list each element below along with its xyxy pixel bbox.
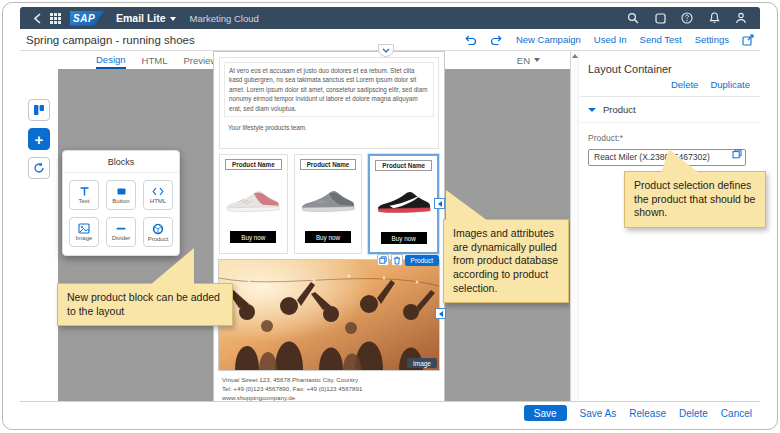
panel-scrollbar[interactable] <box>571 51 579 401</box>
app-switcher-grid-icon[interactable] <box>46 10 64 26</box>
panel-duplicate-button[interactable]: Duplicate <box>710 79 750 90</box>
callout-product-selection: Product selection defines the product th… <box>624 171 766 228</box>
new-campaign-button[interactable]: New Campaign <box>516 34 581 45</box>
sap-logo: SAP <box>70 11 104 26</box>
product-field-label: Product:* <box>580 123 760 146</box>
delete-button[interactable]: Delete <box>679 408 708 419</box>
tab-design[interactable]: Design <box>96 51 126 69</box>
tile-label: Divider <box>112 235 131 241</box>
email-footer: Virtual Street 123, 45678 Phantastic Cit… <box>222 376 438 401</box>
block-drag-handle[interactable] <box>435 308 446 319</box>
block-tile-text[interactable]: Text <box>69 180 99 210</box>
tile-label: Button <box>112 198 129 204</box>
delete-block-icon[interactable] <box>391 254 403 266</box>
language-selector[interactable]: EN <box>517 55 570 66</box>
footer-line: www.shoppingcompany.de <box>222 394 438 401</box>
section-product[interactable]: Product <box>580 97 760 123</box>
callout-dynamic-attributes: Images and attributes are dynamically pu… <box>443 219 569 303</box>
product-shoe-image <box>298 172 359 229</box>
tile-label: Image <box>76 235 93 241</box>
release-button[interactable]: Release <box>629 408 666 419</box>
copilot-icon[interactable] <box>651 10 669 26</box>
product-name: Product Name <box>375 160 432 171</box>
profile-icon[interactable] <box>732 10 750 26</box>
email-editor: Design HTML Preview Desktop EN + Blocks <box>20 51 570 401</box>
buy-now-button[interactable]: Buy now <box>230 231 276 243</box>
suite-name: Marketing Cloud <box>190 13 259 24</box>
footer-toolbar: Save Save As Release Delete Cancel <box>20 401 760 424</box>
block-tile-image[interactable]: Image <box>69 217 99 247</box>
email-canvas: At vero eos et accusam et justo duo dolo… <box>213 51 445 401</box>
value-help-icon[interactable] <box>732 149 742 159</box>
tile-label: Product <box>148 236 169 242</box>
shell-bar: SAP Email Lite Marketing Cloud <box>20 7 760 29</box>
refresh-button[interactable] <box>28 157 50 179</box>
callout-text: Product selection defines the product th… <box>634 179 755 218</box>
scroll-up-icon[interactable] <box>572 54 578 58</box>
tile-label: HTML <box>150 198 166 204</box>
panel-title: Layout Container <box>580 51 760 75</box>
product-name: Product Name <box>300 159 357 170</box>
search-icon[interactable] <box>624 10 642 26</box>
send-test-button[interactable]: Send Test <box>640 34 682 45</box>
copy-block-icon[interactable] <box>377 254 389 266</box>
email-signoff: Your lifestyle products team. <box>224 124 434 131</box>
add-block-button[interactable]: + <box>28 128 50 150</box>
app-frame: SAP Email Lite Marketing Cloud Spring ca… <box>2 2 778 430</box>
blocks-palette: Blocks Text Button HTML <box>62 150 180 256</box>
chevron-down-icon <box>534 58 540 62</box>
help-icon[interactable] <box>678 10 696 26</box>
product-shoe-image <box>373 173 434 230</box>
product-block-badge: Product <box>405 255 439 266</box>
cancel-button[interactable]: Cancel <box>721 408 752 419</box>
block-drag-handle[interactable] <box>434 198 445 209</box>
chevron-down-icon <box>170 17 176 21</box>
footer-line: Virtual Street 123, 45678 Phantastic Cit… <box>222 376 438 385</box>
email-body-text: At vero eos et accusam et justo duo dolo… <box>224 62 434 117</box>
product-card-3-selected[interactable]: Product Name Buy now <box>368 154 439 254</box>
callout-text: New product block can be added to the la… <box>67 291 220 317</box>
used-in-button[interactable]: Used In <box>594 34 627 45</box>
block-tile-divider[interactable]: Divider <box>106 217 136 247</box>
save-button[interactable]: Save <box>524 405 567 421</box>
footer-line: Tel: +49 (0)123 4567890, Fax: +49 (0)123… <box>222 385 438 394</box>
product-switcher[interactable]: Email Lite <box>116 12 176 24</box>
text-block[interactable]: At vero eos et accusam et justo duo dolo… <box>219 57 439 149</box>
redo-icon[interactable] <box>490 34 503 46</box>
block-tile-product[interactable]: Product <box>143 217 173 247</box>
image-block-badge: Image <box>407 358 437 368</box>
product-row: Product Name Buy now Product Name Buy no… <box>219 154 439 254</box>
blocks-palette-title: Blocks <box>63 151 179 173</box>
callout-new-product-block: New product block can be added to the la… <box>57 283 233 326</box>
block-tile-html[interactable]: HTML <box>143 180 173 210</box>
image-block[interactable]: Image <box>218 259 440 371</box>
product-shoe-image <box>223 172 284 229</box>
chevron-down-icon <box>588 108 596 112</box>
properties-panel: Layout Container Delete Duplicate Produc… <box>570 51 760 401</box>
panel-delete-button[interactable]: Delete <box>671 79 698 90</box>
product-card-1[interactable]: Product Name Buy now <box>219 154 288 254</box>
notifications-bell-icon[interactable] <box>705 10 723 26</box>
party-photo <box>219 260 439 370</box>
block-tile-button[interactable]: Button <box>106 180 136 210</box>
share-export-icon[interactable] <box>742 34 754 46</box>
buy-now-button[interactable]: Buy now <box>381 232 427 244</box>
back-icon[interactable] <box>28 10 46 26</box>
callout-text: Images and attributes are dynamically pu… <box>453 227 558 294</box>
product-card-2[interactable]: Product Name Buy now <box>294 154 363 254</box>
product-name: Email Lite <box>116 12 166 24</box>
save-as-button[interactable]: Save As <box>580 408 617 419</box>
undo-icon[interactable] <box>464 34 477 46</box>
tile-label: Text <box>78 198 89 204</box>
tab-html[interactable]: HTML <box>142 51 168 69</box>
layout-columns-button[interactable] <box>28 99 50 121</box>
settings-button[interactable]: Settings <box>695 34 729 45</box>
section-label: Product <box>603 104 636 115</box>
product-name: Product Name <box>225 159 282 170</box>
language-label: EN <box>517 55 530 66</box>
page-title: Spring campaign - running shoes <box>20 34 195 46</box>
buy-now-button[interactable]: Buy now <box>305 231 351 243</box>
